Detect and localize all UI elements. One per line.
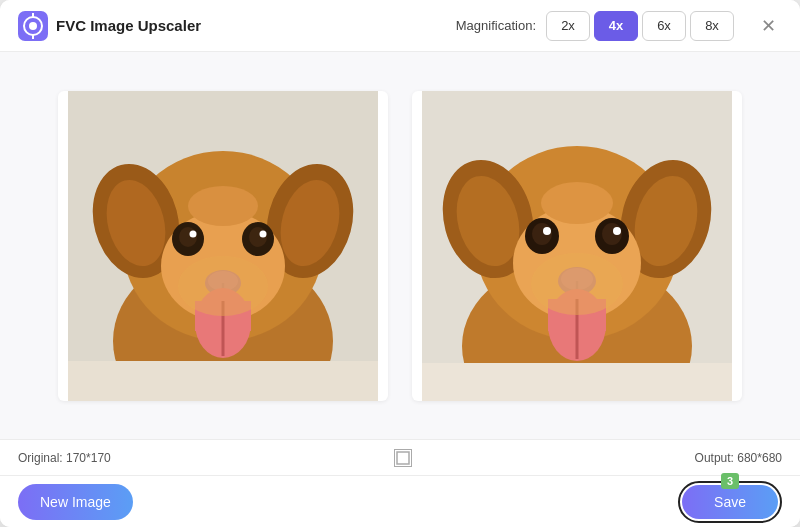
output-size-label: Output: 680*680 [695,451,782,465]
main-content [0,52,800,439]
output-image-panel [412,91,742,401]
svg-point-18 [260,230,267,237]
svg-point-51 [531,253,623,315]
svg-point-26 [188,186,258,226]
bottombar: New Image 3 Save [0,475,800,527]
mag-btn-6x[interactable]: 6x [642,11,686,41]
original-image-panel [58,91,388,401]
svg-point-17 [190,230,197,237]
magnification-label: Magnification: [456,18,536,33]
svg-point-50 [541,182,613,224]
statusbar: Original: 170*170 Output: 680*680 [0,439,800,475]
save-badge: 3 [721,473,739,489]
output-image [422,91,732,401]
compare-icon[interactable] [394,449,412,467]
original-size-label: Original: 170*170 [18,451,111,465]
close-button[interactable]: ✕ [754,12,782,40]
app-window: FVC Image Upscaler Magnification: 2x 4x … [0,0,800,527]
mag-btn-2x[interactable]: 2x [546,11,590,41]
svg-point-42 [613,227,621,235]
svg-point-2 [29,22,37,30]
original-image [68,91,378,401]
svg-rect-28 [68,361,378,401]
svg-rect-53 [397,452,409,464]
mag-btn-4x[interactable]: 4x [594,11,638,41]
magnification-buttons: 2x 4x 6x 8x [546,11,734,41]
titlebar: FVC Image Upscaler Magnification: 2x 4x … [0,0,800,52]
svg-point-41 [543,227,551,235]
svg-rect-52 [422,363,732,401]
mag-btn-8x[interactable]: 8x [690,11,734,41]
new-image-button[interactable]: New Image [18,484,133,520]
app-title: FVC Image Upscaler [56,17,201,34]
app-logo [18,11,48,41]
save-area: 3 Save [678,481,782,523]
svg-point-27 [178,256,268,316]
save-button[interactable]: Save [682,485,778,519]
